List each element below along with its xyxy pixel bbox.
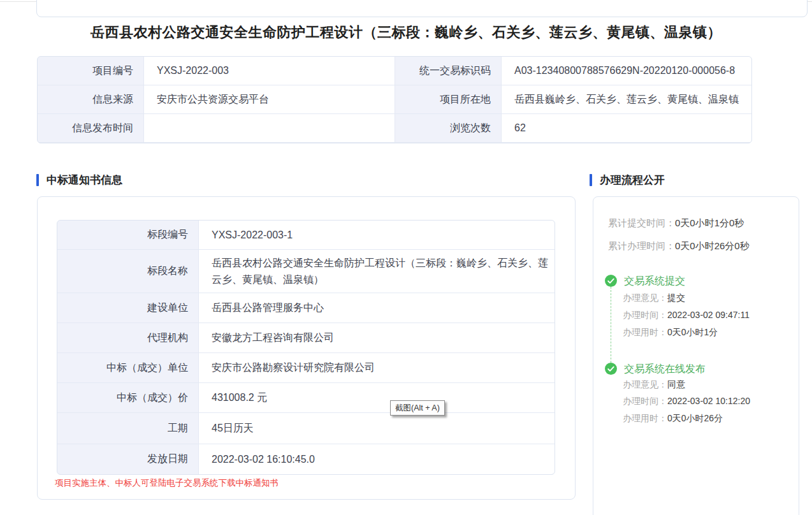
field-value: 431008.2 元 xyxy=(199,383,555,412)
step-detail: 办理时间：2022-03-02 09:47:11 xyxy=(623,310,750,321)
step-detail: 办理意见：提交 xyxy=(623,293,685,304)
field-label: 标段编号 xyxy=(57,221,198,249)
detail-label: 办理用时： xyxy=(623,327,667,337)
detail-label: 办理意见： xyxy=(623,293,667,303)
detail-value: 提交 xyxy=(667,293,685,303)
page-title: 岳西县农村公路交通安全生命防护工程设计（三标段：巍岭乡、石关乡、莲云乡、黄尾镇、… xyxy=(0,23,812,42)
step-title: 交易系统提交 xyxy=(624,275,685,288)
notice-table: 标段编号 YXSJ-2022-003-1 标段名称 岳西县农村公路交通安全生命防… xyxy=(57,220,555,475)
step-detail: 办理用时：0天0小时1分 xyxy=(623,327,718,338)
field-value: A03-12340800788576629N-20220120-000056-8 xyxy=(502,57,751,85)
summary-label: 累计办理时间： xyxy=(608,240,675,251)
field-value: YXSJ-2022-003 xyxy=(144,57,395,85)
step-detail: 办理时间：2022-03-02 10:12:20 xyxy=(623,396,750,407)
project-info-table: 项目编号 YXSJ-2022-003 统一交易标识码 A03-123408007… xyxy=(37,56,752,143)
field-label: 项目所在地 xyxy=(395,85,501,113)
field-label: 代理机构 xyxy=(57,323,198,352)
notice-section-header: 中标通知书信息 xyxy=(36,173,122,187)
total-submit-time: 累计提交时间：0天0小时1分0秒 xyxy=(608,217,744,229)
detail-value: 0天0小时26分 xyxy=(667,413,723,423)
field-value: 45日历天 xyxy=(199,413,555,444)
total-process-time: 累计办理时间：0天0小时26分0秒 xyxy=(608,240,750,252)
field-value xyxy=(144,114,395,142)
field-label: 工期 xyxy=(57,413,198,444)
timeline-connector xyxy=(611,287,611,363)
field-value: 岳西县巍岭乡、石关乡、莲云乡、黄尾镇、温泉镇 xyxy=(502,85,751,113)
section-accent-bar xyxy=(590,174,592,186)
detail-value: 2022-03-02 09:47:11 xyxy=(667,310,750,320)
process-section-header: 办理流程公开 xyxy=(590,173,665,187)
summary-value: 0天0小时26分0秒 xyxy=(675,240,750,251)
page: 岳西县农村公路交通安全生命防护工程设计（三标段：巍岭乡、石关乡、莲云乡、黄尾镇、… xyxy=(0,0,812,515)
screenshot-tooltip: 截图(Alt + A) xyxy=(390,400,445,416)
summary-label: 累计提交时间： xyxy=(608,217,675,228)
step-detail: 办理意见：同意 xyxy=(623,379,685,391)
check-circle-icon xyxy=(605,363,617,375)
field-label: 信息来源 xyxy=(38,85,143,113)
section-accent-bar xyxy=(36,174,39,186)
process-card: 累计提交时间：0天0小时1分0秒 累计办理时间：0天0小时26分0秒 交易系统提… xyxy=(593,196,799,515)
field-label: 统一交易标识码 xyxy=(395,57,501,85)
field-label: 标段名称 xyxy=(57,250,198,293)
field-value: 2022-03-02 16:10:45.0 xyxy=(199,444,555,474)
field-label: 建设单位 xyxy=(57,293,198,323)
section-title: 办理流程公开 xyxy=(600,173,665,187)
field-label: 中标（成交）价 xyxy=(57,383,198,412)
field-value: 安庆市公路勘察设计研究院有限公司 xyxy=(199,353,555,382)
field-value: 安徽龙方工程咨询有限公司 xyxy=(199,323,555,352)
step-detail: 办理用时：0天0小时26分 xyxy=(623,413,723,424)
field-label: 发放日期 xyxy=(57,444,198,474)
previous-card-bottom-edge xyxy=(36,0,808,17)
notice-card: 标段编号 YXSJ-2022-003-1 标段名称 岳西县农村公路交通安全生命防… xyxy=(37,196,576,500)
detail-label: 办理用时： xyxy=(623,413,667,423)
step-title: 交易系统在线发布 xyxy=(624,363,706,376)
field-value: YXSJ-2022-003-1 xyxy=(199,221,555,249)
field-label: 项目编号 xyxy=(38,57,143,85)
field-value: 安庆市公共资源交易平台 xyxy=(144,85,395,113)
section-title: 中标通知书信息 xyxy=(47,173,122,187)
field-label: 信息发布时间 xyxy=(38,114,143,142)
field-value: 62 xyxy=(502,114,751,142)
detail-value: 2022-03-02 10:12:20 xyxy=(667,396,750,406)
field-value: 岳西县农村公路交通安全生命防护工程设计（三标段：巍岭乡、石关乡、莲云乡、黄尾镇、… xyxy=(199,250,555,293)
field-value: 岳西县公路管理服务中心 xyxy=(199,293,555,323)
detail-label: 办理时间： xyxy=(623,310,667,320)
field-label: 中标（成交）单位 xyxy=(57,353,198,382)
detail-label: 办理时间： xyxy=(623,396,667,406)
summary-value: 0天0小时1分0秒 xyxy=(675,217,744,228)
detail-value: 同意 xyxy=(667,379,685,389)
check-circle-icon xyxy=(605,275,617,287)
field-label: 浏览次数 xyxy=(395,114,501,142)
download-note: 项目实施主体、中标人可登陆电子交易系统下载中标通知书 xyxy=(55,477,279,489)
detail-label: 办理意见： xyxy=(623,379,667,389)
detail-value: 0天0小时1分 xyxy=(667,327,718,337)
